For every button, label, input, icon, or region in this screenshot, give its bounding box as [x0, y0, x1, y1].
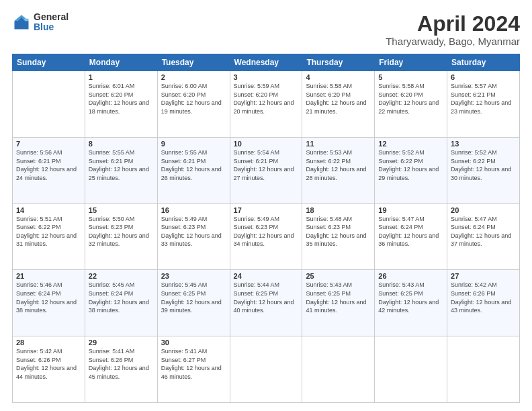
day-info: Sunrise: 5:44 AMSunset: 6:25 PMDaylight:…: [234, 281, 294, 314]
day-cell: 23Sunrise: 5:45 AMSunset: 6:25 PMDayligh…: [157, 270, 230, 336]
day-number: 12: [378, 140, 443, 148]
day-info: Sunrise: 6:00 AMSunset: 6:20 PMDaylight:…: [161, 83, 222, 115]
main-title: April 2024: [386, 12, 520, 36]
day-info: Sunrise: 5:41 AMSunset: 6:26 PMDaylight:…: [89, 348, 149, 380]
day-cell: 13Sunrise: 5:52 AMSunset: 6:22 PMDayligh…: [447, 137, 520, 203]
day-number: 1: [89, 73, 154, 81]
header-cell-tuesday: Tuesday: [157, 54, 230, 71]
day-cell: 2Sunrise: 6:00 AMSunset: 6:20 PMDaylight…: [157, 71, 230, 138]
subtitle: Tharyarwady, Bago, Myanmar: [386, 36, 520, 47]
day-number: 3: [234, 73, 299, 81]
day-cell: 16Sunrise: 5:49 AMSunset: 6:23 PMDayligh…: [157, 203, 230, 270]
day-number: 2: [161, 73, 226, 81]
day-cell: 20Sunrise: 5:47 AMSunset: 6:24 PMDayligh…: [447, 203, 520, 270]
day-info: Sunrise: 5:52 AMSunset: 6:22 PMDaylight:…: [378, 149, 439, 181]
day-number: 29: [89, 338, 154, 347]
logo: General Blue: [12, 12, 69, 33]
day-cell: 11Sunrise: 5:53 AMSunset: 6:22 PMDayligh…: [302, 137, 375, 203]
week-row-5: 28Sunrise: 5:42 AMSunset: 6:26 PMDayligh…: [13, 336, 520, 403]
day-cell: [302, 336, 375, 403]
day-number: 8: [89, 140, 154, 148]
day-cell: 1Sunrise: 6:01 AMSunset: 6:20 PMDaylight…: [85, 71, 157, 138]
day-cell: 17Sunrise: 5:49 AMSunset: 6:23 PMDayligh…: [230, 203, 302, 270]
day-number: 7: [16, 140, 81, 148]
day-info: Sunrise: 5:48 AMSunset: 6:23 PMDaylight:…: [306, 216, 366, 248]
day-info: Sunrise: 5:56 AMSunset: 6:21 PMDaylight:…: [16, 149, 77, 181]
day-cell: 8Sunrise: 5:55 AMSunset: 6:21 PMDaylight…: [85, 137, 157, 203]
day-number: 16: [161, 206, 226, 214]
header-row: SundayMondayTuesdayWednesdayThursdayFrid…: [13, 54, 520, 71]
day-info: Sunrise: 5:51 AMSunset: 6:22 PMDaylight:…: [16, 216, 77, 248]
day-cell: 6Sunrise: 5:57 AMSunset: 6:21 PMDaylight…: [447, 71, 520, 138]
day-number: 15: [89, 206, 154, 214]
day-number: 6: [451, 73, 516, 81]
day-number: 11: [306, 140, 371, 148]
day-number: 30: [161, 338, 226, 347]
day-cell: 14Sunrise: 5:51 AMSunset: 6:22 PMDayligh…: [13, 203, 85, 270]
day-cell: 9Sunrise: 5:55 AMSunset: 6:21 PMDaylight…: [157, 137, 230, 203]
day-cell: 3Sunrise: 5:59 AMSunset: 6:20 PMDaylight…: [230, 71, 302, 138]
day-cell: 21Sunrise: 5:46 AMSunset: 6:24 PMDayligh…: [13, 270, 85, 336]
logo-general-text: General: [34, 12, 69, 22]
day-info: Sunrise: 5:47 AMSunset: 6:24 PMDaylight:…: [378, 216, 439, 248]
day-number: 9: [161, 140, 226, 148]
day-info: Sunrise: 5:45 AMSunset: 6:24 PMDaylight:…: [89, 281, 149, 314]
day-info: Sunrise: 6:01 AMSunset: 6:20 PMDaylight:…: [89, 83, 149, 115]
day-cell: [13, 71, 85, 138]
day-info: Sunrise: 5:49 AMSunset: 6:23 PMDaylight:…: [234, 216, 294, 248]
day-number: 21: [16, 272, 81, 280]
day-info: Sunrise: 5:50 AMSunset: 6:23 PMDaylight:…: [89, 216, 149, 248]
day-number: 5: [378, 73, 443, 81]
day-cell: 18Sunrise: 5:48 AMSunset: 6:23 PMDayligh…: [302, 203, 375, 270]
day-info: Sunrise: 5:55 AMSunset: 6:21 PMDaylight:…: [161, 149, 222, 181]
header-cell-wednesday: Wednesday: [230, 54, 302, 71]
logo-text: General Blue: [34, 12, 69, 33]
day-cell: 29Sunrise: 5:41 AMSunset: 6:26 PMDayligh…: [85, 336, 157, 403]
header-cell-sunday: Sunday: [13, 54, 85, 71]
day-info: Sunrise: 5:49 AMSunset: 6:23 PMDaylight:…: [161, 216, 222, 248]
day-cell: [447, 336, 520, 403]
day-number: 4: [306, 73, 371, 81]
week-row-3: 14Sunrise: 5:51 AMSunset: 6:22 PMDayligh…: [13, 203, 520, 270]
day-cell: [375, 336, 447, 403]
day-cell: 24Sunrise: 5:44 AMSunset: 6:25 PMDayligh…: [230, 270, 302, 336]
day-number: 18: [306, 206, 371, 214]
week-row-1: 1Sunrise: 6:01 AMSunset: 6:20 PMDaylight…: [13, 71, 520, 138]
header-cell-friday: Friday: [375, 54, 447, 71]
day-info: Sunrise: 5:52 AMSunset: 6:22 PMDaylight:…: [451, 149, 511, 181]
day-cell: 26Sunrise: 5:43 AMSunset: 6:25 PMDayligh…: [375, 270, 447, 336]
day-info: Sunrise: 5:46 AMSunset: 6:24 PMDaylight:…: [16, 281, 77, 314]
day-number: 23: [161, 272, 226, 280]
day-number: 28: [16, 338, 81, 347]
day-info: Sunrise: 5:58 AMSunset: 6:20 PMDaylight:…: [378, 83, 439, 115]
day-info: Sunrise: 5:45 AMSunset: 6:25 PMDaylight:…: [161, 281, 222, 314]
day-number: 24: [234, 272, 299, 280]
header-cell-thursday: Thursday: [302, 54, 375, 71]
day-info: Sunrise: 5:42 AMSunset: 6:26 PMDaylight:…: [16, 348, 77, 380]
day-cell: 25Sunrise: 5:43 AMSunset: 6:25 PMDayligh…: [302, 270, 375, 336]
day-number: 27: [451, 272, 516, 280]
day-info: Sunrise: 5:47 AMSunset: 6:24 PMDaylight:…: [451, 216, 511, 248]
day-number: 13: [451, 140, 516, 148]
header-cell-monday: Monday: [85, 54, 157, 71]
day-cell: 4Sunrise: 5:58 AMSunset: 6:20 PMDaylight…: [302, 71, 375, 138]
header: General Blue April 2024 Tharyarwady, Bag…: [12, 12, 520, 47]
day-info: Sunrise: 5:41 AMSunset: 6:27 PMDaylight:…: [161, 348, 222, 380]
day-cell: 30Sunrise: 5:41 AMSunset: 6:27 PMDayligh…: [157, 336, 230, 403]
day-cell: 12Sunrise: 5:52 AMSunset: 6:22 PMDayligh…: [375, 137, 447, 203]
day-cell: 15Sunrise: 5:50 AMSunset: 6:23 PMDayligh…: [85, 203, 157, 270]
day-number: 17: [234, 206, 299, 214]
day-cell: 5Sunrise: 5:58 AMSunset: 6:20 PMDaylight…: [375, 71, 447, 138]
day-info: Sunrise: 5:58 AMSunset: 6:20 PMDaylight:…: [306, 83, 366, 115]
week-row-4: 21Sunrise: 5:46 AMSunset: 6:24 PMDayligh…: [13, 270, 520, 336]
page: General Blue April 2024 Tharyarwady, Bag…: [0, 0, 532, 411]
day-cell: 7Sunrise: 5:56 AMSunset: 6:21 PMDaylight…: [13, 137, 85, 203]
day-cell: 22Sunrise: 5:45 AMSunset: 6:24 PMDayligh…: [85, 270, 157, 336]
week-row-2: 7Sunrise: 5:56 AMSunset: 6:21 PMDaylight…: [13, 137, 520, 203]
day-info: Sunrise: 5:43 AMSunset: 6:25 PMDaylight:…: [306, 281, 366, 314]
day-cell: 27Sunrise: 5:42 AMSunset: 6:26 PMDayligh…: [447, 270, 520, 336]
logo-icon: [12, 13, 31, 32]
header-cell-saturday: Saturday: [447, 54, 520, 71]
day-number: 25: [306, 272, 371, 280]
day-number: 14: [16, 206, 81, 214]
